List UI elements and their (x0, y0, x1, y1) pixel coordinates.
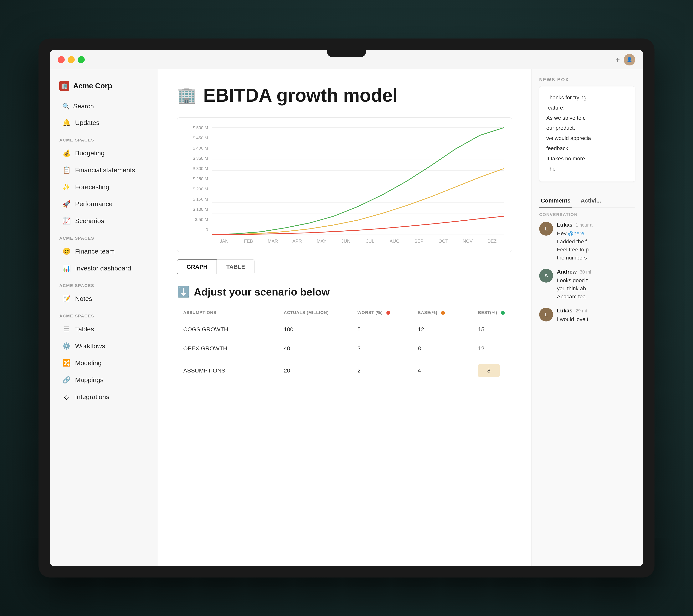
x-label-aug: AUG (382, 239, 407, 244)
sidebar-item-finance-team[interactable]: 😊 Finance team (53, 243, 155, 259)
cell-base-3: 4 (412, 358, 472, 383)
page-title-row: 🏢 EBITDA growth model (177, 85, 512, 106)
sidebar-section-2: ACME SPACES (50, 231, 158, 242)
tab-table[interactable]: TABLE (217, 259, 255, 274)
col-header-worst: WORST (%) (351, 305, 412, 320)
tab-comments[interactable]: Comments (539, 194, 572, 207)
base-line (212, 168, 504, 235)
maximize-button[interactable] (78, 56, 85, 63)
sidebar-item-updates[interactable]: 🔔 Updates (53, 115, 155, 131)
budgeting-icon: 💰 (62, 149, 71, 157)
sidebar-item-mappings[interactable]: 🔗 Mappings (53, 372, 155, 388)
scenarios-label: Scenarios (75, 217, 104, 225)
sidebar-item-investor-dashboard[interactable]: 📊 Investor dashboard (53, 260, 155, 276)
comment-item: A Andrew 30 mi Looks good t you think ab… (539, 269, 635, 301)
main-content: 🏢 EBITDA growth model $ 500 M $ 450 M $ … (158, 69, 531, 566)
x-label-dez: DEZ (480, 239, 504, 244)
sidebar-item-scenarios[interactable]: 📈 Scenarios (53, 213, 155, 229)
news-line-6: feedback! (546, 144, 628, 153)
col-header-base: BASE(%) (412, 305, 472, 320)
search-label: Search (73, 102, 94, 110)
sidebar-item-budgeting[interactable]: 💰 Budgeting (53, 145, 155, 161)
camera-notch (327, 50, 366, 57)
comment-text: Hey @here, I added the f Feel free to p … (557, 230, 635, 262)
comment-body: Andrew 30 mi Looks good t you think ab A… (557, 269, 635, 301)
forecasting-icon: ✨ (62, 183, 71, 191)
integrations-icon: ◇ (62, 393, 71, 401)
tab-graph[interactable]: GRAPH (177, 259, 217, 274)
sidebar-item-performance[interactable]: 🚀 Performance (53, 196, 155, 212)
news-line-3: As we strive to c (546, 114, 628, 122)
finance-team-icon: 😊 (62, 247, 71, 255)
finance-team-label: Finance team (75, 247, 115, 255)
comment-text: Looks good t you think ab Abacam tea (557, 276, 635, 301)
sidebar-item-financial-statements[interactable]: 📋 Financial statements (53, 162, 155, 178)
y-label-200: $ 200 M (185, 186, 208, 192)
scenario-table: ASSUMPTIONS ACTUALS (MILLION) WORST (%) … (177, 305, 512, 383)
comment-text: I would love t (557, 315, 635, 323)
sidebar-item-modeling[interactable]: 🔀 Modeling (53, 355, 155, 371)
comment-item: L Lukas 29 mi I would love t (539, 307, 635, 323)
workflows-icon: ⚙️ (62, 342, 71, 350)
sidebar-item-notes[interactable]: 📝 Notes (53, 291, 155, 307)
x-label-nov: NOV (455, 239, 480, 244)
bell-icon: 🔔 (62, 119, 71, 126)
comments-tabs: Comments Activi... (539, 194, 635, 207)
comment-author: Andrew (557, 269, 577, 275)
y-label-50: $ 50 M (185, 217, 208, 222)
scenario-title-row: ⬇️ Adjust your scenario below (177, 286, 512, 298)
y-label-150: $ 150 M (185, 197, 208, 202)
conversation-label: CONVERSATION (539, 212, 635, 217)
financial-label: Financial statements (75, 166, 135, 174)
chart-container: $ 500 M $ 450 M $ 400 M $ 350 M $ 300 M … (177, 117, 512, 252)
mention[interactable]: @here (568, 231, 584, 236)
financial-icon: 📋 (62, 166, 71, 174)
cell-assumption-2: OPEX GROWTH (177, 339, 278, 358)
news-line-7: It takes no more (546, 154, 628, 163)
table-row: COGS GROWTH 100 5 12 15 (177, 320, 512, 339)
right-panel: NEWS BOX Thanks for trying feature! As w… (531, 69, 643, 566)
cell-best-3[interactable]: 8 (472, 358, 512, 383)
sidebar-logo[interactable]: 🏢 Acme Corp (50, 77, 158, 95)
news-box-card: Thanks for trying feature! As we strive … (539, 86, 635, 182)
tab-activity[interactable]: Activi... (579, 194, 603, 207)
updates-label: Updates (75, 119, 100, 126)
comment-author: Lukas (557, 307, 573, 314)
sidebar-item-integrations[interactable]: ◇ Integrations (53, 389, 155, 405)
minimize-button[interactable] (68, 56, 75, 63)
cell-assumption-1: COGS GROWTH (177, 320, 278, 339)
y-label-350: $ 350 M (185, 156, 208, 161)
cell-base-2: 8 (412, 339, 472, 358)
integrations-label: Integrations (75, 393, 109, 401)
scenario-title: Adjust your scenario below (194, 286, 330, 298)
x-label-apr: APR (285, 239, 310, 244)
workflows-label: Workflows (75, 342, 105, 350)
modeling-icon: 🔀 (62, 359, 71, 367)
sidebar-item-workflows[interactable]: ⚙️ Workflows (53, 338, 155, 354)
sidebar-item-forecasting[interactable]: ✨ Forecasting (53, 179, 155, 195)
cell-actuals-2: 40 (278, 339, 351, 358)
title-bar: + 👤 (50, 50, 643, 69)
y-label-500: $ 500 M (185, 125, 208, 130)
table-row: ASSUMPTIONS 20 2 4 8 (177, 358, 512, 383)
cell-actuals-3: 20 (278, 358, 351, 383)
sidebar-item-search[interactable]: 🔍 Search (53, 99, 155, 114)
news-line-4: our product, (546, 124, 628, 133)
close-button[interactable] (58, 56, 65, 63)
sidebar-section-4: ACME SPACES (50, 309, 158, 320)
investor-icon: 📊 (62, 264, 71, 272)
avatar[interactable]: 👤 (624, 54, 635, 65)
sidebar: 🏢 Acme Corp 🔍 Search 🔔 Updates ACME SPAC… (50, 69, 158, 566)
x-label-jun: JUN (334, 239, 358, 244)
y-label-0: 0 (185, 227, 208, 232)
sidebar-section-1: ACME SPACES (50, 133, 158, 144)
x-label-feb: FEB (236, 239, 261, 244)
sidebar-item-tables[interactable]: ☰ Tables (53, 321, 155, 337)
chart-svg (212, 125, 504, 237)
add-button[interactable]: + (615, 56, 620, 63)
app-body: 🏢 Acme Corp 🔍 Search 🔔 Updates ACME SPAC… (50, 69, 643, 566)
cell-assumption-3: ASSUMPTIONS (177, 358, 278, 383)
x-label-sep: SEP (407, 239, 431, 244)
comment-item: L Lukas 1 hour a Hey @here, I added the … (539, 222, 635, 262)
avatar-initials: L (539, 307, 553, 321)
